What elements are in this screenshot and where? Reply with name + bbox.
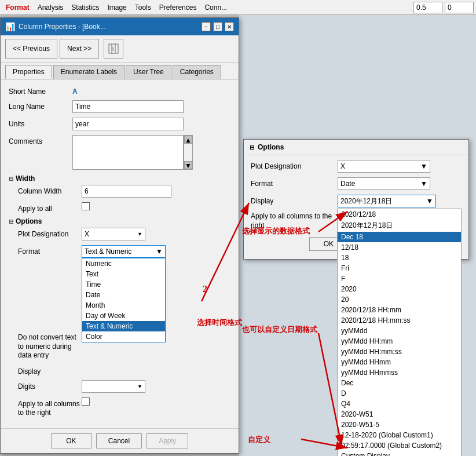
display-option-8[interactable]: 20 xyxy=(338,294,461,305)
dialog-body: Short Name A Long Name Units Comments ▲ … xyxy=(1,79,239,428)
tabs-area: Properties Enumerate Labels User Tree Ca… xyxy=(1,63,239,79)
apply-button[interactable]: Apply xyxy=(147,433,188,448)
digits-label: Digits xyxy=(18,380,82,391)
display-option-13[interactable]: yyMMdd HH:mm:ss xyxy=(338,346,461,357)
plot-desig-arrow: ▼ xyxy=(137,231,142,237)
menu-conn[interactable]: Conn... xyxy=(201,2,230,13)
format-option-date[interactable]: Date xyxy=(82,290,165,300)
col-width-row: Column Width xyxy=(9,185,230,198)
opt-format-arrow: ▼ xyxy=(420,180,427,188)
display-option-11[interactable]: yyMMdd xyxy=(338,326,461,336)
format-option-time[interactable]: Time xyxy=(82,279,165,290)
col-width-input[interactable] xyxy=(82,185,171,198)
tab-categories[interactable]: Categories xyxy=(173,65,221,79)
display-option-9[interactable]: 2020/12/18 HH:mm xyxy=(338,305,461,315)
options-section-header[interactable]: ⊟ Options xyxy=(9,217,230,225)
format-option-text[interactable]: Text xyxy=(82,269,165,279)
close-button[interactable]: ✕ xyxy=(225,22,234,31)
display-option-17[interactable]: D xyxy=(338,388,461,399)
dialog-controls: − □ ✕ xyxy=(202,22,234,31)
dialog-title-text: Column Properties - [Book... xyxy=(19,23,106,31)
tab-user-tree[interactable]: User Tree xyxy=(126,65,171,79)
format-label: Format xyxy=(18,245,82,256)
display-option-10[interactable]: 2020/12/18 HH:mm:ss xyxy=(338,315,461,326)
comments-scrollbar[interactable]: ▲ ▼ xyxy=(184,135,193,170)
display-option-15[interactable]: yyMMdd HHmmss xyxy=(338,367,461,378)
opt-apply-label: Apply to all columns to the right xyxy=(251,212,338,230)
display-option-14[interactable]: yyMMdd HHmm xyxy=(338,357,461,367)
toolbar-value2[interactable] xyxy=(445,2,474,13)
menu-analysis[interactable]: Analysis xyxy=(34,2,67,13)
display-option-21[interactable]: 12-18-2020 (Global Custom1) xyxy=(338,430,461,440)
display-option-0[interactable]: 2020/12/18 xyxy=(338,209,461,220)
tab-enumerate-labels[interactable]: Enumerate Labels xyxy=(53,65,125,79)
comments-textarea[interactable] xyxy=(72,135,184,170)
minimize-button[interactable]: − xyxy=(202,22,211,31)
display-option-18[interactable]: Q4 xyxy=(338,399,461,409)
format-option-numeric[interactable]: Numeric xyxy=(82,258,165,269)
format-option-textnumeric[interactable]: Text & Numeric xyxy=(82,321,165,331)
ok-button[interactable]: OK xyxy=(51,433,91,448)
opt-display-arrow: ▼ xyxy=(426,197,433,205)
cancel-button[interactable]: Cancel xyxy=(96,433,142,448)
dialog-footer: OK Cancel Apply xyxy=(1,428,239,453)
opt-plot-desig-label: Plot Designation xyxy=(251,162,338,170)
format-option-month[interactable]: Month xyxy=(82,300,165,311)
long-name-row: Long Name xyxy=(9,100,230,113)
col-width-label: Column Width xyxy=(18,185,82,195)
previous-button[interactable]: << Previous xyxy=(5,39,57,59)
display-option-6[interactable]: F xyxy=(338,273,461,284)
restore-button[interactable]: □ xyxy=(213,22,222,31)
plot-desig-row: Plot Designation X ▼ xyxy=(18,228,230,240)
opt-plot-desig-row: Plot Designation X ▼ xyxy=(251,160,462,173)
digits-row: Digits ▼ xyxy=(18,380,230,393)
opt-display-label: Display xyxy=(251,197,338,205)
plot-desig-select[interactable]: X ▼ xyxy=(82,228,145,240)
opt-format-select[interactable]: Date ▼ xyxy=(338,177,430,190)
width-section-header[interactable]: ⊟ Width xyxy=(9,174,230,183)
display-option-19[interactable]: 2020-W51 xyxy=(338,409,461,419)
apply-all-checkbox[interactable] xyxy=(82,202,90,210)
format-option-color[interactable]: Color xyxy=(82,331,165,342)
display-option-23[interactable]: Custom Display xyxy=(338,451,461,456)
menu-tools[interactable]: Tools xyxy=(131,2,155,13)
opt-plot-desig-select[interactable]: X ▼ xyxy=(338,160,430,173)
format-option-dayofweek[interactable]: Day of Week xyxy=(82,311,165,321)
digits-arrow: ▼ xyxy=(137,384,142,389)
menu-image[interactable]: Image xyxy=(104,2,130,13)
long-name-input[interactable] xyxy=(72,100,184,113)
units-label: Units xyxy=(9,118,72,128)
display-option-16[interactable]: Dec xyxy=(338,378,461,388)
display-option-1[interactable]: 2020年12月18日 xyxy=(338,220,461,232)
apply-all-row: Apply to all xyxy=(9,202,230,213)
format-selected-value: Text & Numeric xyxy=(85,247,131,256)
opt-display-select[interactable]: 2020年12月18日 ▼ xyxy=(338,195,436,207)
options-section-label: Options xyxy=(16,217,42,225)
dialog-titlebar: 📊 Column Properties - [Book... − □ ✕ xyxy=(1,18,239,35)
menu-statistics[interactable]: Statistics xyxy=(68,2,102,13)
options-collapse-icon: ⊟ xyxy=(9,218,13,225)
menu-format[interactable]: Format xyxy=(2,2,33,13)
display-option-3[interactable]: 12/18 xyxy=(338,242,461,253)
dialog-title-area: 📊 Column Properties - [Book... xyxy=(5,22,106,31)
nav-buttons-area: << Previous Next >> 1 xyxy=(1,35,239,63)
options-expand-icon[interactable]: ⊟ xyxy=(250,144,254,151)
display-option-5[interactable]: Fri xyxy=(338,263,461,273)
comments-row: Comments ▲ ▼ xyxy=(9,135,230,170)
display-option-2[interactable]: Dec 18 xyxy=(338,232,461,242)
format-dropdown-trigger[interactable]: Text & Numeric ▼ xyxy=(82,245,166,258)
display-option-4[interactable]: 18 xyxy=(338,253,461,263)
display-option-20[interactable]: 2020-W51-5 xyxy=(338,419,461,430)
digits-select[interactable]: ▼ xyxy=(82,380,145,393)
apply-cols-row: Apply to all columns to the right xyxy=(18,397,230,418)
tab-properties[interactable]: Properties xyxy=(5,65,52,79)
toolbar-value1[interactable] xyxy=(413,2,442,13)
display-option-7[interactable]: 2020 xyxy=(338,284,461,294)
display-option-22[interactable]: 02:59:17.0000 (Global Custom2) xyxy=(338,440,461,451)
format-row: Format Text & Numeric ▼ Numeric Text Tim… xyxy=(18,245,230,258)
menu-preferences[interactable]: Preferences xyxy=(156,2,200,13)
units-input[interactable] xyxy=(72,118,184,130)
next-button[interactable]: Next >> xyxy=(60,39,99,59)
display-option-12[interactable]: yyMMdd HH:mm xyxy=(338,336,461,346)
apply-cols-checkbox[interactable] xyxy=(82,397,90,406)
